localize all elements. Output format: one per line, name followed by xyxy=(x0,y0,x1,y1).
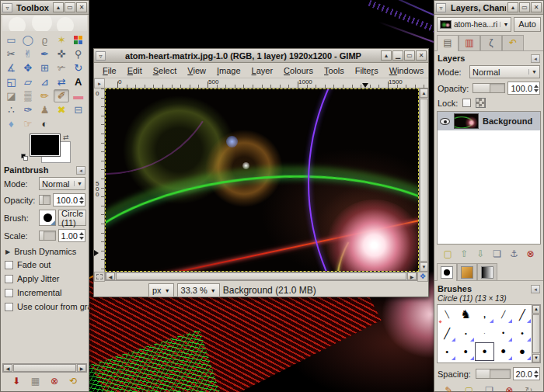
brush-cell[interactable]: • xyxy=(456,342,475,361)
menu-file[interactable]: File xyxy=(97,64,122,77)
window-menu-icon[interactable]: ▿ xyxy=(96,51,106,61)
menu-edit[interactable]: Edit xyxy=(122,64,148,77)
tool-heal[interactable]: ✖ xyxy=(54,103,70,116)
dock-arrow-icon[interactable]: ◂ xyxy=(531,285,540,293)
brush-cell[interactable]: , xyxy=(475,305,493,324)
paint-mode-select[interactable]: Normal ▼ xyxy=(39,177,85,190)
tab-undo-history[interactable]: ↶ xyxy=(502,35,524,50)
menu-filters[interactable]: Filters xyxy=(350,64,384,77)
brush-cell[interactable]: • xyxy=(494,361,513,363)
tool-paintbrush[interactable]: ✐ xyxy=(54,89,70,102)
duplicate-layer-button[interactable]: ❏ xyxy=(493,248,501,259)
brush-cell[interactable]: ╱ xyxy=(513,305,532,324)
dock-arrow-icon[interactable]: ◂ xyxy=(531,54,540,63)
image-window-titlebar[interactable]: ▿ atom-heart-matrix.jpg-1.0 (RGB, 1 laye… xyxy=(94,49,428,63)
tool-scale[interactable]: ◱ xyxy=(3,75,19,88)
tool-flip[interactable]: ⇄ xyxy=(54,75,70,88)
spinner-arrows-icon[interactable] xyxy=(534,85,539,92)
restore-options-button[interactable]: ▦ xyxy=(31,376,40,387)
scale-slider[interactable] xyxy=(39,231,56,241)
unit-select[interactable]: px ▼ xyxy=(148,283,174,297)
save-options-button[interactable]: ⬇ xyxy=(12,376,20,387)
brush-cell[interactable]: • xyxy=(494,324,513,342)
brush-cell[interactable]: • xyxy=(438,342,456,361)
tool-align[interactable]: ⊞ xyxy=(37,61,53,75)
foreground-color-swatch[interactable] xyxy=(30,134,60,156)
ruler-corner-button[interactable]: ▸ xyxy=(94,78,105,88)
brush-cell[interactable]: · xyxy=(475,324,493,342)
lower-layer-button[interactable]: ⇩ xyxy=(476,248,484,259)
tool-select-by-color[interactable] xyxy=(70,33,86,47)
navigation-button[interactable]: ✥ xyxy=(417,272,428,282)
brush-scrollbar[interactable]: ▲ ▼ xyxy=(532,304,541,363)
tool-shear[interactable]: ▱ xyxy=(20,75,37,88)
brush-cell[interactable]: ♞ xyxy=(456,305,475,324)
tool-free-select[interactable]: ϱ xyxy=(37,33,53,47)
brush-preview[interactable] xyxy=(39,210,56,226)
tool-fuzzy-select[interactable]: ✶ xyxy=(54,33,70,47)
horizontal-ruler[interactable]: 050010001500 xyxy=(105,78,428,88)
brush-cell[interactable]: • xyxy=(494,342,513,361)
close-button[interactable]: ✕ xyxy=(531,2,542,12)
tool-crop[interactable]: ✃ xyxy=(54,61,70,75)
brush-cell[interactable]: ╲ xyxy=(438,305,456,324)
maximize-button[interactable]: ▭ xyxy=(65,2,75,12)
tab-gradients[interactable] xyxy=(477,263,497,280)
lock-checkbox[interactable] xyxy=(462,99,471,107)
maximize-button[interactable]: ▭ xyxy=(519,2,530,12)
delete-brush-button[interactable]: ⊗ xyxy=(505,385,513,392)
spacing-spinner[interactable]: 20.0 xyxy=(513,367,540,380)
tab-layers[interactable]: ▤ xyxy=(437,35,459,51)
tool-paths[interactable]: ✒ xyxy=(37,47,53,61)
spinner-arrows-icon[interactable] xyxy=(79,196,84,204)
spacing-slider[interactable] xyxy=(476,369,511,379)
menu-layer[interactable]: Layer xyxy=(246,64,279,77)
tool-scissors-select[interactable]: ✂ xyxy=(3,47,19,61)
close-button[interactable]: ✕ xyxy=(416,50,427,61)
brush-select[interactable]: Circle (11) xyxy=(58,210,86,226)
brush-cell[interactable]: • xyxy=(513,342,532,361)
maximize-button[interactable]: ▭ xyxy=(404,50,415,61)
default-colors-icon[interactable] xyxy=(21,154,29,161)
delete-layer-button[interactable]: ⊗ xyxy=(526,248,534,259)
dock-titlebar[interactable]: ▿ Layers, Channels ▴▭✕ xyxy=(434,1,543,15)
delete-options-button[interactable]: ⊗ xyxy=(51,376,58,387)
tool-bucket-fill[interactable]: ◪ xyxy=(3,89,19,102)
tab-channels[interactable]: ▥ xyxy=(459,35,480,50)
menu-image[interactable]: Image xyxy=(211,64,246,77)
tab-patterns[interactable] xyxy=(457,263,477,280)
reset-options-button[interactable]: ⟲ xyxy=(69,376,77,387)
tool-text[interactable]: A xyxy=(70,75,86,88)
zoom-select[interactable]: 33.3 % ▼ xyxy=(177,283,220,297)
tool-rotate[interactable]: ↻ xyxy=(70,61,86,75)
spinner-arrows-icon[interactable] xyxy=(534,370,539,378)
scroll-down-icon[interactable]: ▼ xyxy=(420,262,428,272)
scale-spinner[interactable]: 1.00 xyxy=(58,229,85,242)
image-selector[interactable]: atom-hea...rix.jpg-1 ▼ xyxy=(437,17,511,32)
tool-foreground-select[interactable]: ✌ xyxy=(20,47,37,61)
auto-button[interactable]: Auto xyxy=(514,17,541,32)
menu-colours[interactable]: Colours xyxy=(278,64,319,77)
brush-cell[interactable]: • xyxy=(456,361,475,363)
brush-cell[interactable]: • xyxy=(475,361,493,363)
tool-zoom[interactable]: ⚲ xyxy=(70,47,86,61)
shade-button[interactable]: ▴ xyxy=(381,50,392,61)
spinner-arrows-icon[interactable] xyxy=(79,232,84,240)
layer-opacity-spinner[interactable]: 100.0 xyxy=(507,82,540,95)
tool-perspective-clone[interactable]: ⊟ xyxy=(70,103,86,116)
scroll-up-icon[interactable]: ▲ xyxy=(420,88,428,98)
tool-ink[interactable]: ✑ xyxy=(20,103,37,116)
menu-view[interactable]: View xyxy=(182,64,211,77)
tab-brushes[interactable] xyxy=(437,263,457,281)
scroll-right-icon[interactable]: ▶ xyxy=(407,272,417,280)
close-button[interactable]: ✕ xyxy=(76,2,87,12)
tool-airbrush[interactable]: ∴ xyxy=(3,103,19,116)
new-brush-button[interactable]: ▢ xyxy=(465,385,473,392)
window-menu-icon[interactable]: ▿ xyxy=(436,3,446,12)
tool-smudge[interactable]: ☞ xyxy=(20,117,37,130)
refresh-brushes-button[interactable]: ↻ xyxy=(525,385,532,392)
scroll-up-icon[interactable]: ▲ xyxy=(532,305,540,314)
brush-cell[interactable]: ╱ xyxy=(438,324,456,342)
layer-row[interactable]: Background xyxy=(438,112,540,130)
horizontal-scrollbar[interactable]: ◀ ▶ xyxy=(105,272,417,281)
